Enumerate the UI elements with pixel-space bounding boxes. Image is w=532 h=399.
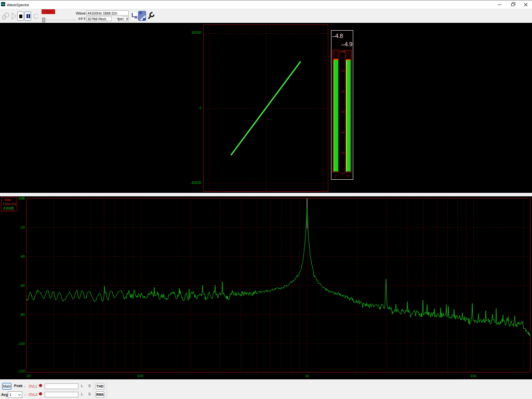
svg-text:-80: -80: [20, 313, 25, 316]
svg-text:-100: -100: [18, 342, 25, 345]
svg-text:-60: -60: [20, 284, 25, 287]
svg-text:-20: -20: [20, 225, 25, 229]
svg-text:0dB: 0dB: [19, 196, 25, 200]
svg-text:-30000: -30000: [190, 181, 202, 184]
svg-text:1k: 1k: [305, 374, 309, 378]
svg-text:0: 0: [200, 106, 202, 110]
svg-text:100: 100: [137, 374, 143, 378]
svg-text:-40: -40: [20, 255, 25, 258]
svg-text:10k: 10k: [470, 374, 476, 378]
svg-text:30000: 30000: [192, 31, 202, 34]
svg-text:-120: -120: [18, 369, 25, 373]
svg-text:20: 20: [26, 374, 31, 378]
